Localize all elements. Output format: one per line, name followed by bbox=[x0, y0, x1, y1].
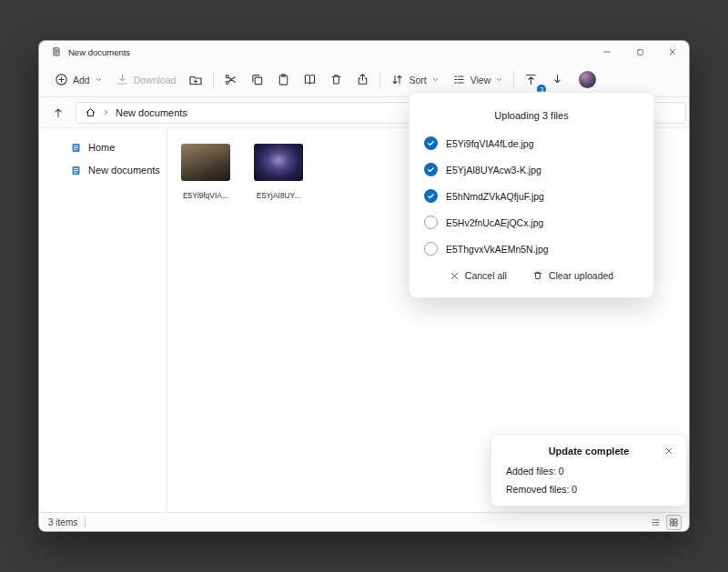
download-button[interactable]: Download bbox=[109, 66, 183, 93]
window-title: New documents bbox=[68, 47, 130, 57]
home-folder-icon bbox=[70, 142, 82, 154]
upload-item-name: E5YjAI8UYAcw3-K.jpg bbox=[446, 165, 541, 176]
scissors-icon bbox=[224, 73, 238, 86]
close-button[interactable] bbox=[656, 41, 689, 63]
chevron-down-icon bbox=[431, 75, 440, 84]
add-circle-icon bbox=[55, 73, 68, 86]
download-button-label: Download bbox=[134, 75, 177, 85]
view-toggle-group bbox=[649, 516, 681, 529]
file-thumbnail bbox=[181, 144, 230, 181]
sort-button-label: Sort bbox=[409, 75, 426, 85]
upload-item[interactable]: E5Hv2fnUcAEjQCx.jpg bbox=[410, 209, 653, 236]
upload-item-name: E5hNmdZVkAQfjuF.jpg bbox=[446, 191, 544, 202]
upload-icon bbox=[524, 73, 538, 86]
chevron-down-icon bbox=[95, 75, 103, 84]
upload-panel-actions: Cancel all Clear uploaded bbox=[410, 270, 653, 281]
file-tile[interactable]: E5YjAI8UY... bbox=[253, 144, 304, 200]
upload-item[interactable]: E5YjAI8UYAcw3-K.jpg bbox=[410, 156, 653, 183]
home-icon bbox=[85, 106, 96, 118]
toast-added-files: Added files: 0 bbox=[506, 466, 672, 477]
app-window: New documents Add Download bbox=[38, 40, 690, 532]
toolbar-separator bbox=[213, 72, 214, 88]
chevron-down-icon bbox=[495, 75, 503, 84]
upload-item-name: E5Yi9fqVIA4fLde.jpg bbox=[446, 138, 534, 149]
upload-status-icon bbox=[424, 216, 438, 229]
rename-icon bbox=[303, 73, 317, 86]
clear-uploaded-button[interactable]: Clear uploaded bbox=[532, 270, 613, 281]
file-name: E5YjAI8UY... bbox=[257, 191, 301, 200]
update-toast: Update complete Added files: 0 Removed f… bbox=[490, 434, 687, 507]
sort-icon bbox=[390, 73, 404, 86]
upload-progress-button[interactable]: 3 bbox=[518, 66, 544, 93]
view-button-label: View bbox=[470, 75, 491, 85]
toast-title: Update complete bbox=[506, 446, 672, 457]
new-folder-icon bbox=[188, 73, 203, 87]
item-count: 3 items bbox=[48, 517, 77, 527]
sidebar-item-label: New documents bbox=[88, 165, 160, 176]
view-button[interactable]: View bbox=[446, 66, 511, 93]
documents-folder-icon bbox=[70, 165, 82, 176]
upload-status-icon bbox=[424, 242, 438, 256]
delete-button[interactable] bbox=[323, 66, 349, 93]
upload-item[interactable]: E5ThgvxVkAEMn5N.jpg bbox=[410, 236, 653, 262]
upload-status-icon bbox=[424, 163, 438, 176]
cut-button[interactable] bbox=[217, 66, 244, 93]
titlebar: New documents bbox=[39, 41, 689, 63]
upload-item[interactable]: E5Yi9fqVIA4fLde.jpg bbox=[410, 130, 653, 156]
copy-icon bbox=[250, 73, 264, 86]
share-icon bbox=[356, 73, 369, 86]
upload-status-icon bbox=[424, 189, 438, 203]
sidebar: Home New documents bbox=[39, 128, 167, 512]
trash-icon bbox=[532, 270, 543, 281]
upload-item-name: E5ThgvxVkAEMn5N.jpg bbox=[446, 244, 549, 255]
breadcrumb[interactable]: New documents bbox=[116, 107, 187, 118]
details-view-icon[interactable] bbox=[649, 516, 662, 529]
file-name: E5Yi9fqVIA... bbox=[183, 191, 228, 200]
add-button-label: Add bbox=[73, 75, 90, 85]
chevron-right-icon bbox=[102, 108, 110, 116]
clear-uploaded-label: Clear uploaded bbox=[549, 270, 613, 281]
cancel-x-icon bbox=[450, 271, 460, 281]
new-folder-button[interactable] bbox=[182, 66, 209, 93]
trash-icon bbox=[329, 73, 343, 86]
cancel-all-label: Cancel all bbox=[465, 270, 507, 281]
sidebar-item-label: Home bbox=[88, 142, 115, 153]
document-icon bbox=[51, 46, 62, 57]
toast-removed-files: Removed files: 0 bbox=[506, 484, 672, 495]
paste-button[interactable] bbox=[270, 66, 297, 93]
toolbar-separator bbox=[379, 72, 380, 88]
add-button[interactable]: Add bbox=[48, 66, 109, 93]
status-bar: 3 items bbox=[39, 512, 689, 531]
toolbar-separator bbox=[513, 72, 514, 88]
toast-close-icon[interactable] bbox=[662, 444, 676, 458]
statusbar-divider bbox=[85, 517, 86, 527]
sort-button[interactable]: Sort bbox=[384, 66, 445, 93]
download-queue-button[interactable] bbox=[544, 66, 571, 93]
desktop-background: { "window": { "title": "New documents" }… bbox=[0, 0, 728, 572]
upload-item[interactable]: E5hNmdZVkAQfjuF.jpg bbox=[410, 183, 653, 209]
upload-panel: Uploading 3 files E5Yi9fqVIA4fLde.jpg E5… bbox=[409, 92, 654, 298]
sidebar-item-new-documents[interactable]: New documents bbox=[39, 159, 163, 181]
upload-panel-title: Uploading 3 files bbox=[410, 93, 653, 130]
share-button[interactable] bbox=[349, 66, 376, 93]
sidebar-item-home[interactable]: Home bbox=[39, 136, 163, 158]
user-avatar[interactable] bbox=[579, 71, 596, 88]
cancel-all-button[interactable]: Cancel all bbox=[450, 270, 507, 281]
minimize-button[interactable] bbox=[591, 41, 623, 63]
copy-button[interactable] bbox=[244, 66, 270, 93]
maximize-button[interactable] bbox=[623, 41, 656, 63]
upload-item-name: E5Hv2fnUcAEjQCx.jpg bbox=[446, 217, 543, 228]
upload-status-icon bbox=[424, 136, 438, 150]
rename-button[interactable] bbox=[297, 66, 323, 93]
paste-icon bbox=[277, 73, 290, 86]
view-icon bbox=[452, 73, 466, 86]
navigate-up-button[interactable] bbox=[46, 101, 70, 125]
grid-view-icon[interactable] bbox=[667, 516, 681, 529]
file-thumbnail bbox=[254, 144, 303, 181]
window-controls bbox=[591, 41, 689, 63]
download-icon bbox=[116, 73, 129, 86]
file-tile[interactable]: E5Yi9fqVIA... bbox=[180, 144, 231, 200]
download-arrow-icon bbox=[551, 73, 564, 86]
titlebar-left: New documents bbox=[51, 46, 130, 57]
